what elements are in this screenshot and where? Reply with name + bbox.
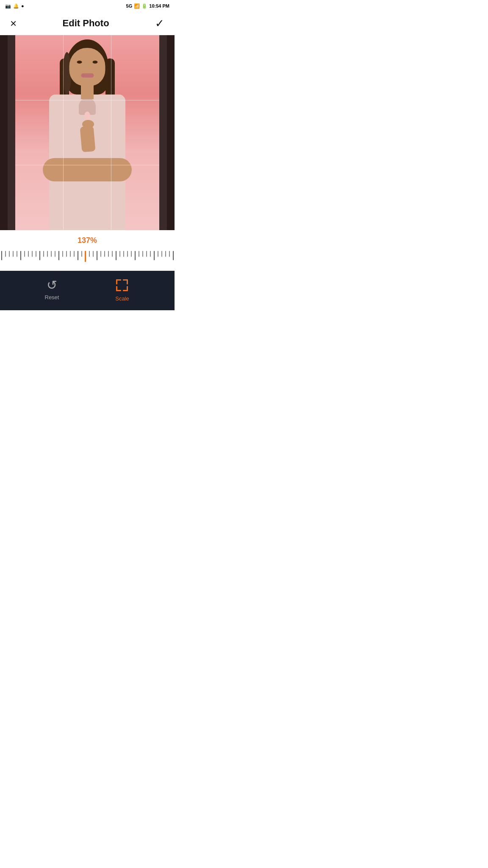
ruler-tick-35 xyxy=(133,251,137,260)
ruler-tick-21 xyxy=(80,251,83,257)
svg-rect-3 xyxy=(127,279,128,284)
reset-label: Reset xyxy=(45,294,59,300)
ruler-tick-18 xyxy=(68,251,72,257)
ruler-tick-38 xyxy=(144,251,148,257)
status-left-icons: 📷 🔔 ● xyxy=(5,3,24,9)
photo-canvas[interactable] xyxy=(15,35,159,230)
ruler-tick-20 xyxy=(76,251,80,260)
ruler-tick-43 xyxy=(164,251,167,257)
ruler-tick-33 xyxy=(125,251,129,257)
ruler-tick-4 xyxy=(15,251,19,257)
ruler-tick-37 xyxy=(141,251,144,257)
person-lips xyxy=(81,73,94,78)
hand-fist xyxy=(82,120,94,128)
ruler-tick-40 xyxy=(152,251,156,260)
eye-left xyxy=(77,61,82,64)
ruler-tick-19 xyxy=(72,251,76,257)
ruler-tick-22 xyxy=(83,251,87,262)
ruler-tick-23 xyxy=(87,251,91,257)
ruler-tick-9 xyxy=(34,251,38,257)
ruler-tick-31 xyxy=(118,251,122,257)
ruler-tick-15 xyxy=(57,251,61,260)
ruler-tick-45 xyxy=(171,251,175,260)
scale-section: 137% xyxy=(0,230,175,271)
scale-label: Scale xyxy=(115,295,129,302)
camera-icon: 📷 xyxy=(5,3,11,9)
ruler-tick-26 xyxy=(99,251,103,257)
ruler-tick-27 xyxy=(103,251,106,257)
scale-icon xyxy=(114,278,130,293)
battery-indicator: 🔋 xyxy=(141,3,147,9)
time-display: 10:54 PM xyxy=(149,3,169,8)
close-button[interactable]: × xyxy=(8,16,18,31)
svg-rect-5 xyxy=(116,286,117,291)
ruler-tick-44 xyxy=(167,251,171,257)
ruler-tick-42 xyxy=(160,251,164,257)
ruler-tick-32 xyxy=(122,251,125,257)
arms-crossed xyxy=(43,158,132,181)
page-title: Edit Photo xyxy=(63,18,109,29)
ruler-tick-34 xyxy=(129,251,133,257)
ruler-tick-17 xyxy=(64,251,68,257)
bottom-toolbar: ↺ Reset Scale xyxy=(0,271,175,310)
ruler-tick-2 xyxy=(7,251,11,257)
ruler-tick-30 xyxy=(114,251,118,260)
reset-button[interactable]: ↺ Reset xyxy=(45,279,59,300)
dot-icon: ● xyxy=(21,3,24,8)
svg-rect-7 xyxy=(127,286,128,291)
dark-side-right xyxy=(167,35,175,230)
ruler-tick-11 xyxy=(42,251,45,257)
person-neck xyxy=(81,84,94,99)
notification-icon: 🔔 xyxy=(13,3,19,9)
header: × Edit Photo ✓ xyxy=(0,12,175,35)
signal-indicator: 5G xyxy=(126,3,133,8)
ruler-tick-28 xyxy=(106,251,110,257)
dark-side-left xyxy=(0,35,8,230)
photo-background xyxy=(15,35,159,230)
ruler-tick-3 xyxy=(11,251,15,257)
ruler-tick-39 xyxy=(148,251,152,257)
status-right-info: 5G 📶 🔋 10:54 PM xyxy=(126,3,169,9)
ruler-ticks-container xyxy=(0,251,175,262)
ruler-tick-10 xyxy=(38,251,42,260)
eye-right xyxy=(93,61,98,64)
ruler-tick-25 xyxy=(95,251,99,260)
ruler-tick-7 xyxy=(26,251,30,257)
status-bar: 📷 🔔 ● 5G 📶 🔋 10:54 PM xyxy=(0,0,175,12)
photo-area[interactable] xyxy=(0,35,175,230)
person-face xyxy=(69,48,105,86)
wifi-icon: 📶 xyxy=(134,3,140,9)
ruler-tick-13 xyxy=(49,251,53,257)
ruler-tick-5 xyxy=(19,251,22,260)
ruler-tick-24 xyxy=(91,251,95,257)
confirm-button[interactable]: ✓ xyxy=(153,16,166,31)
ruler-tick-36 xyxy=(137,251,141,257)
ruler-tick-1 xyxy=(3,251,7,257)
scale-ruler[interactable] xyxy=(0,249,175,266)
ruler-tick-6 xyxy=(22,251,26,257)
hand-raised xyxy=(80,126,95,153)
scale-button[interactable]: Scale xyxy=(114,278,130,302)
ruler-tick-41 xyxy=(156,251,160,257)
ruler-tick-8 xyxy=(30,251,34,257)
ruler-tick-29 xyxy=(110,251,114,257)
svg-rect-1 xyxy=(116,279,117,284)
ruler-tick-0 xyxy=(0,251,3,260)
ruler-tick-16 xyxy=(61,251,64,257)
scale-percentage: 137% xyxy=(0,236,175,245)
ruler-tick-12 xyxy=(45,251,49,257)
reset-icon: ↺ xyxy=(47,279,57,292)
ruler-tick-14 xyxy=(53,251,57,257)
keyhole xyxy=(84,111,90,120)
